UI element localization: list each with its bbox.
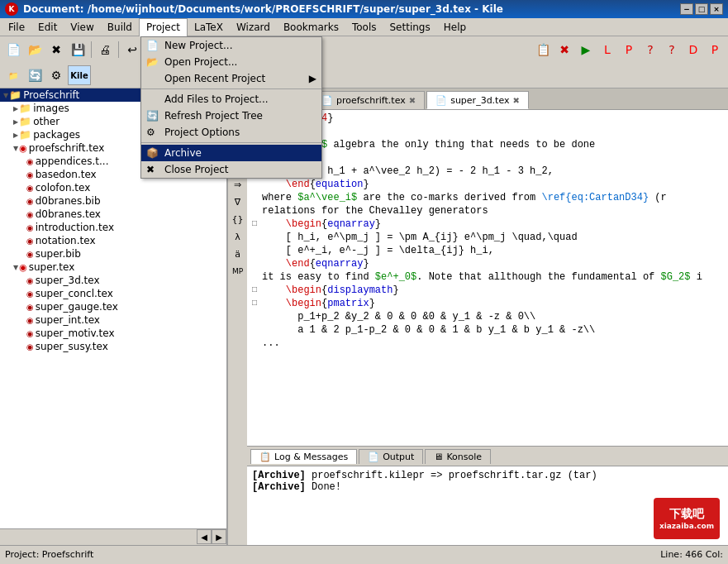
menu-open-recent-project[interactable]: Open Recent Project ▶ xyxy=(141,70,321,87)
compile-button[interactable]: 📋 xyxy=(533,40,553,60)
help-btn3[interactable]: ? xyxy=(662,40,682,60)
scroll-right[interactable]: ▶ xyxy=(212,529,226,544)
expand-icon-images: ▶ xyxy=(13,105,18,112)
tree-item-d0branes-bib[interactable]: ◉ d0branes.bib xyxy=(0,194,226,208)
tree-item-super-bib[interactable]: ◉ super.bib xyxy=(0,247,226,260)
submenu-arrow: ▶ xyxy=(309,73,316,84)
help-btn2[interactable]: ? xyxy=(640,40,660,60)
close-tab-super3d[interactable]: ✖ xyxy=(513,96,520,105)
code-line-6: \end{equation} xyxy=(249,178,726,191)
tree-item-colofon[interactable]: ◉ colofon.tex xyxy=(0,181,226,194)
tree-item-notation[interactable]: ◉ notation.tex xyxy=(0,234,226,247)
menu-edit[interactable]: Edit xyxy=(31,18,64,36)
rt-lambda-button[interactable]: λ xyxy=(229,228,247,245)
fold-14[interactable]: □ xyxy=(249,284,260,297)
refresh-button[interactable]: 🔄 xyxy=(25,65,45,85)
close-button[interactable]: × xyxy=(710,3,723,15)
menu-bookmarks[interactable]: Bookmarks xyxy=(277,18,345,36)
tree-label-supersusy: super_susy.tex xyxy=(36,341,108,352)
dvi-button[interactable]: D xyxy=(683,40,703,60)
menu-close-project[interactable]: ✖ Close Project xyxy=(141,161,321,178)
add-files-label: Add Files to Project... xyxy=(164,93,269,105)
latex-button[interactable]: L xyxy=(597,40,617,60)
minimize-button[interactable]: − xyxy=(680,3,693,15)
run-button[interactable]: ▶ xyxy=(576,40,596,60)
pdflatex-button[interactable]: P xyxy=(619,40,639,60)
project-button[interactable]: 📁 xyxy=(3,65,23,85)
settings-btn[interactable]: ⚙ xyxy=(46,65,66,85)
line-code-5: \vee_1 h_1 + a^\vee_2 h_2) = - 2 h_1 - 3… xyxy=(260,165,726,178)
line-code-13: it is easy to find $e^+_0$. Note that al… xyxy=(260,270,726,284)
menu-file[interactable]: File xyxy=(2,18,31,36)
window-title: Document: /home/wijnhout/Documents/work/… xyxy=(23,3,503,15)
line-code-18: ... xyxy=(260,337,726,350)
undo-button[interactable]: ↩ xyxy=(122,40,142,60)
tab-konsole[interactable]: 🖥 Konsole xyxy=(425,449,491,464)
tree-label-proefschrift: Proefschrift xyxy=(23,89,79,101)
tree-item-super-tex[interactable]: ▼ ◉ super.tex xyxy=(0,260,226,274)
project-options-label: Project Options xyxy=(164,127,240,138)
titlebar: K Document: /home/wijnhout/Documents/wor… xyxy=(0,0,728,18)
tree-item-introduction[interactable]: ◉ introduction.tex xyxy=(0,221,226,234)
menu-open-project[interactable]: 📂 Open Project... xyxy=(141,54,321,70)
rt-brace-button[interactable]: {} xyxy=(229,211,247,227)
menu-new-project[interactable]: 📄 New Project... xyxy=(141,37,321,54)
tree-label-appendices: appendices.t... xyxy=(36,155,109,167)
menu-add-files[interactable]: Add Files to Project... xyxy=(141,91,321,108)
close-tab-proefschrift[interactable]: ✖ xyxy=(409,96,416,105)
tree-item-supermotiv[interactable]: ◉ super_motiv.tex xyxy=(0,327,226,340)
tab-output[interactable]: 📄 Output xyxy=(359,449,423,464)
menu-project-options[interactable]: ⚙ Project Options xyxy=(141,124,321,141)
menu-build[interactable]: Build xyxy=(101,18,139,36)
line-code-2: } xyxy=(260,125,726,138)
options-icon: ⚙ xyxy=(146,127,155,138)
fold-15[interactable]: □ xyxy=(249,297,260,310)
menu-archive[interactable]: 📦 Archive xyxy=(141,145,321,161)
statusbar: Project: Proefschrift Line: 466 Col: xyxy=(0,545,728,563)
tree-item-super3d[interactable]: ◉ super_3d.tex xyxy=(0,274,226,287)
pdf-button[interactable]: P xyxy=(705,40,725,60)
menu-refresh-tree[interactable]: 🔄 Refresh Project Tree xyxy=(141,108,321,124)
scroll-left[interactable]: ◀ xyxy=(197,529,212,544)
print-button[interactable]: 🖨 xyxy=(95,40,115,60)
tree-label-supergauge: super_gauge.tex xyxy=(36,301,118,313)
close-file-button[interactable]: ✖ xyxy=(46,40,66,60)
code-line-15: □ \begin{pmatrix} xyxy=(249,297,726,310)
menubar: File Edit View Build Project LaTeX Wizar… xyxy=(0,18,728,36)
tab-super3d[interactable]: 📄 super_3d.tex ✖ xyxy=(426,91,529,109)
tab-log-messages[interactable]: 📋 Log & Messages xyxy=(250,449,357,464)
menu-help[interactable]: Help xyxy=(437,18,473,36)
tree-item-superconcl[interactable]: ◉ super_concl.tex xyxy=(0,287,226,300)
menu-tools[interactable]: Tools xyxy=(345,18,383,36)
rt-nabla-button[interactable]: ∇ xyxy=(229,194,247,210)
line-code-7: where $a^\vee_i$ are the co-marks derive… xyxy=(260,191,726,204)
tree-item-supergauge[interactable]: ◉ super_gauge.tex xyxy=(0,300,226,313)
menu-settings[interactable]: Settings xyxy=(383,18,437,36)
menu-view[interactable]: View xyxy=(64,18,100,36)
menu-latex[interactable]: LaTeX xyxy=(188,18,230,36)
tree-label-super-bib: super.bib xyxy=(36,248,81,260)
expand-icon-packages: ▶ xyxy=(13,131,18,139)
tree-item-superint[interactable]: ◉ super_int.tex xyxy=(0,313,226,327)
rt-uml-button[interactable]: ä xyxy=(229,246,247,262)
tree-item-supersusy[interactable]: ◉ super_susy.tex xyxy=(0,340,226,353)
menu-wizard[interactable]: Wizard xyxy=(230,18,277,36)
save-button[interactable]: 💾 xyxy=(68,40,88,60)
tab-proefschrift[interactable]: 📄 proefschrift.tex ✖ xyxy=(312,91,425,109)
line-code-14: \begin{displaymath} xyxy=(260,284,726,297)
stop-button[interactable]: ✖ xyxy=(554,40,574,60)
maximize-button[interactable]: □ xyxy=(695,3,708,15)
menu-project[interactable]: Project xyxy=(139,18,188,36)
rt-mp-button[interactable]: MP xyxy=(229,263,247,280)
line-code-9: \begin{eqnarray} xyxy=(260,217,726,231)
tree-item-d0branes-tex[interactable]: ◉ d0branes.tex xyxy=(0,208,226,221)
line-code-10: [ h_i, e^\pm_j ] = \pm A_{ij} e^\pm_j \q… xyxy=(260,231,726,244)
rt-arrow-button[interactable]: ⇒ xyxy=(229,176,247,193)
new-project-icon: 📄 xyxy=(146,40,159,51)
titlebar-left: K Document: /home/wijnhout/Documents/wor… xyxy=(5,2,503,16)
titlebar-buttons: − □ × xyxy=(680,3,723,15)
fold-9[interactable]: □ xyxy=(249,217,260,231)
new-button[interactable]: 📄 xyxy=(3,40,23,60)
open-button[interactable]: 📂 xyxy=(25,40,45,60)
tab-label-proefschrift: proefschrift.tex xyxy=(336,95,406,106)
